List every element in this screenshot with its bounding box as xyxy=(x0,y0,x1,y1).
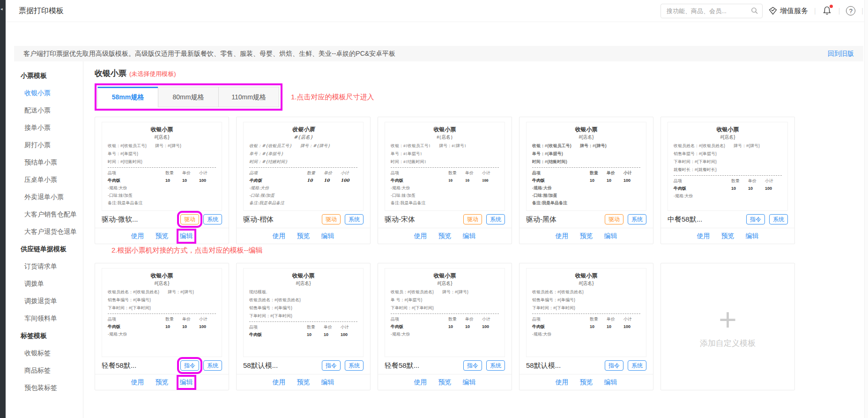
receipt-store-placeholder: #{店名} xyxy=(108,280,216,287)
receipt-table-row: 牛肉饭1010100 xyxy=(532,177,640,184)
back-to-old-version-link[interactable]: 回到旧版 xyxy=(828,50,854,58)
sidebar-group-header: 小票模板 xyxy=(6,67,83,84)
edit-link[interactable]: 编辑 xyxy=(604,378,617,387)
receipt-line: 时间：#{结账时间} xyxy=(108,158,216,166)
preview-link[interactable]: 预览 xyxy=(438,378,452,387)
divider xyxy=(838,7,840,15)
card-footer: 使用 预览 编辑 xyxy=(378,228,512,244)
card-name-row: 驱动-楷体 驱动系统 xyxy=(237,211,370,228)
edit-link[interactable]: 编辑 xyxy=(180,232,193,240)
sidebar-item[interactable]: 接单小票 xyxy=(6,119,83,136)
sidebar-item[interactable]: 压桌单小票 xyxy=(6,171,83,188)
receipt-preview: 收银小票 #{店名} 收银员：#{收银员姓名} 牌号：#{牌号}单 号：#{单据… xyxy=(385,268,505,357)
sidebar-item[interactable]: 调拨单 xyxy=(6,275,83,292)
sidebar-item[interactable]: 外卖退单小票 xyxy=(6,188,83,206)
sidebar-item[interactable]: 收银小票 xyxy=(6,84,83,102)
global-search[interactable] xyxy=(660,4,763,18)
preview-link[interactable]: 预览 xyxy=(580,232,593,240)
sidebar-item[interactable]: 大客户退货仓退单 xyxy=(6,223,83,240)
card-name-row: 轻餐58默... 指令系统 xyxy=(95,357,229,374)
receipt-line: 下单时间：#{下单时间} xyxy=(674,158,782,166)
receipt-cell: 牛肉饭 xyxy=(249,331,307,338)
receipt-store-placeholder: #{店名} xyxy=(391,280,499,287)
edit-link[interactable]: 编辑 xyxy=(463,232,476,240)
badge-group: 驱动系统 xyxy=(322,214,364,224)
preview-link[interactable]: 预览 xyxy=(156,232,169,240)
sidebar-item[interactable]: 大客户销售仓配单 xyxy=(6,206,83,223)
receipt-cell: 牛肉饭 xyxy=(108,177,165,184)
preview-link[interactable]: 预览 xyxy=(297,378,310,387)
edit-link[interactable]: 编辑 xyxy=(604,232,617,240)
sidebar-item[interactable]: 预包装标签 xyxy=(6,379,83,396)
badge-type: 指令 xyxy=(322,360,341,371)
sidebar-item[interactable]: 订货请求单 xyxy=(6,258,83,275)
receipt-table-row: 牛肉饭1010100 xyxy=(249,331,357,338)
collapse-strip[interactable]: ◂ xyxy=(0,0,6,418)
receipt-cell: 10 xyxy=(448,177,465,184)
tab-80mm[interactable]: 80mm规格 xyxy=(158,87,219,107)
tab-110mm[interactable]: 110mm规格 xyxy=(218,87,279,107)
receipt-header-lines: 收银员姓名：#{收银员姓名} 牌号：#{牌号}销售单据号：#{单据号}下单时间：… xyxy=(674,142,782,174)
sidebar-item[interactable]: 收银标签 xyxy=(6,344,83,362)
use-link[interactable]: 使用 xyxy=(414,232,427,240)
sidebar-item[interactable]: 配送小票 xyxy=(6,102,83,119)
value-added-services-button[interactable]: 增值服务 xyxy=(769,7,808,15)
receipt-table: 品项数量单价小计牛肉饭1010100 xyxy=(391,169,499,184)
receipt-line: 下单时间：#{下单时间} xyxy=(108,304,216,312)
template-card: 收银小票 #{店名} 收银：#{收银员工号} 牌号：#{牌号}单号：#{单据号}… xyxy=(519,117,653,244)
receipt-table-row: 牛肉饭1010100 xyxy=(391,323,499,330)
notifications-button[interactable] xyxy=(822,6,832,16)
edit-link[interactable]: 编辑 xyxy=(180,378,193,387)
receipt-col-header: 品项 xyxy=(391,169,448,177)
use-link[interactable]: 使用 xyxy=(131,232,144,240)
edit-link[interactable]: 编辑 xyxy=(746,232,759,240)
receipt-table-header: 品项数量单价小计 xyxy=(108,315,216,323)
template-card: 收银小票 #{店名} 现结模板.收银员姓名：#{收银员姓名}销售单编号：#{单编… xyxy=(236,263,371,390)
preview-link[interactable]: 预览 xyxy=(721,232,734,240)
sidebar-item[interactable]: 车间领料单 xyxy=(6,310,83,327)
use-link[interactable]: 使用 xyxy=(273,378,286,387)
use-link[interactable]: 使用 xyxy=(556,378,569,387)
receipt-line: 销售单据号：#{单据号} xyxy=(674,150,782,158)
use-link[interactable]: 使用 xyxy=(697,232,710,240)
add-template-label: 添加自定义模板 xyxy=(700,338,756,349)
edit-link[interactable]: 编辑 xyxy=(463,378,476,387)
preview-link[interactable]: 预览 xyxy=(156,378,169,387)
preview-link[interactable]: 预览 xyxy=(580,378,593,387)
receipt-extra-line: -规格:大份 xyxy=(108,330,216,338)
preview-link[interactable]: 预览 xyxy=(438,232,452,240)
receipt-extra-line: -规格:大份 xyxy=(391,330,499,338)
sidebar-item[interactable]: 厨打小票 xyxy=(6,136,83,154)
template-card: 收银小票 #{店名} 收银：#{收银员工号} 牌号：#{牌号}单号：#{单据号}… xyxy=(95,117,229,244)
page-scrollbar[interactable] xyxy=(864,0,868,418)
sidebar-item[interactable]: 商品标签 xyxy=(6,362,83,379)
help-button[interactable]: ? xyxy=(846,6,855,15)
use-link[interactable]: 使用 xyxy=(273,232,286,240)
receipt-extras: -规格:大份 xyxy=(532,330,640,338)
use-link[interactable]: 使用 xyxy=(414,378,427,387)
use-link[interactable]: 使用 xyxy=(556,232,569,240)
badge-group: 驱动系统 xyxy=(463,214,505,224)
card-name-row: 58默认模... 指令系统 xyxy=(237,357,370,374)
receipt-line: 收银：#{收银员工号} 牌号：#{牌号} xyxy=(249,142,357,150)
use-link[interactable]: 使用 xyxy=(131,378,144,387)
sidebar-item[interactable]: 预结单小票 xyxy=(6,154,83,171)
edit-link[interactable]: 编辑 xyxy=(321,378,334,387)
search-input[interactable] xyxy=(660,4,763,18)
preview-link[interactable]: 预览 xyxy=(297,232,310,240)
add-template-card[interactable]: + 添加自定义模板 xyxy=(660,263,795,390)
receipt-cell: 10 xyxy=(465,177,482,184)
badge-type: 系统 xyxy=(769,214,788,224)
edit-link[interactable]: 编辑 xyxy=(321,232,334,240)
receipt-line: 单 号：#{单据号} xyxy=(391,296,499,304)
tab-58mm[interactable]: 58mm规格 xyxy=(97,87,158,107)
collapse-arrow-icon[interactable]: ◂ xyxy=(0,6,3,12)
receipt-cell: 100 xyxy=(482,177,499,184)
receipt-table: 品项数量单价小计牛肉饭1010100 xyxy=(108,169,216,184)
receipt-table: 品项数量单价小计牛肉饭1010100 xyxy=(249,169,357,184)
value-added-icon xyxy=(769,7,777,15)
sidebar-item[interactable]: 调拨退货单 xyxy=(6,292,83,310)
card-name-row: 驱动-微软... 驱动系统 xyxy=(95,211,229,228)
receipt-divider xyxy=(532,314,640,314)
receipt-extra-line: -规格:大份 xyxy=(532,330,640,338)
